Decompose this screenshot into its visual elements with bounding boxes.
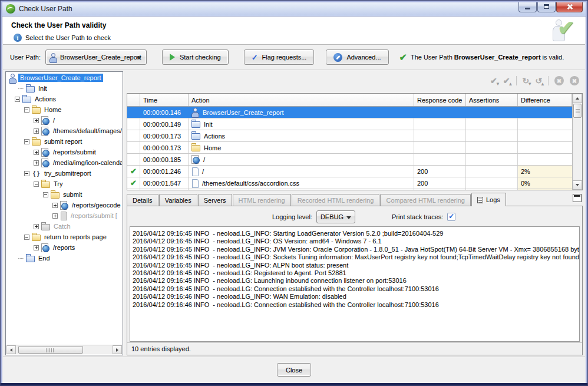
status-column-header[interactable] (127, 94, 140, 106)
maximize-panel-icon[interactable] (573, 194, 582, 202)
response-code-column-header[interactable]: Response code (414, 94, 466, 106)
info-icon: i (14, 34, 22, 42)
tree-item-try-submitreport[interactable]: try_submitreport (6, 168, 122, 179)
tab-details[interactable]: Details (127, 194, 158, 206)
tree-item-home[interactable]: Home (6, 104, 122, 115)
page-icon (191, 179, 199, 187)
log-line: 2016/04/12 09:16:45 INFO - neoload.LG_IN… (133, 253, 577, 261)
tree-item-themes-images[interactable]: /themes/default/images/ (6, 126, 122, 136)
print-stack-traces-checkbox[interactable] (447, 213, 455, 221)
scrollbar-thumb[interactable] (18, 346, 83, 354)
previous-difference-icon[interactable]: ↺▲ (535, 76, 542, 85)
flag-requests-button[interactable]: ✓ Flag requests... (244, 50, 315, 65)
expand-expander[interactable] (34, 245, 39, 250)
table-row[interactable]: 00:00:00.185 / (127, 154, 572, 166)
page-icon (60, 212, 67, 220)
table-row[interactable]: 00:00:00.173 Actions (127, 130, 572, 142)
next-difference-icon[interactable]: ↻▼ (523, 76, 530, 85)
user-path-value: BrowserUser_Create_report (60, 54, 141, 61)
scroll-left-button[interactable] (6, 345, 16, 354)
table-vertical-scrollbar[interactable] (572, 94, 582, 190)
collapse-expander[interactable] (24, 107, 29, 113)
user-path-valid-badge: ✔ (549, 18, 574, 43)
scrollbar-thumb[interactable] (573, 104, 582, 118)
collapse-expander[interactable] (24, 171, 29, 176)
user-path-tree: BrowserUser_Create_report Init Actions H… (6, 72, 122, 345)
tree-item-reports-submit[interactable]: /reports/submit (6, 147, 122, 157)
previous-error-icon[interactable]: ✖ (570, 76, 579, 85)
validity-prefix: The User Path (411, 54, 452, 61)
play-icon (170, 54, 175, 61)
previous-assertion-icon[interactable]: ✔▲ (503, 76, 510, 85)
tree-item-reports-geocode[interactable]: /reports/geocode (6, 200, 122, 210)
tree-item-submit-report[interactable]: submit report (6, 136, 122, 147)
collapse-expander[interactable] (24, 139, 29, 144)
table-row[interactable]: 00:00:00.173 Home (127, 142, 572, 154)
webpage-icon (191, 155, 200, 164)
tree-item-root-page[interactable]: / (6, 115, 122, 126)
collapse-expander[interactable] (34, 182, 39, 187)
result-navigation-toolbar: ✔▼ ✔▲ ↻▼ ↺▲ ✖ ✖ (490, 76, 579, 85)
table-row[interactable]: ✔ 00:00:01.534 /themes/default/css/slide… (127, 189, 572, 190)
expand-expander[interactable] (34, 118, 39, 123)
results-table: Time Action Response code Assertions Dif… (127, 93, 583, 190)
scroll-up-button[interactable] (573, 94, 582, 103)
collapse-expander[interactable] (15, 97, 20, 102)
tree-item-reports-submit-disabled[interactable]: /reports/submit [ (6, 210, 122, 221)
table-row[interactable]: ✔ 00:00:01.547 /themes/default/css/accor… (127, 177, 572, 189)
tab-logs[interactable]: Logs (471, 193, 506, 206)
window-controls (518, 1, 583, 12)
log-output[interactable]: 2016/04/12 09:16:45 INFO - neoload.LG_IN… (130, 226, 580, 342)
next-assertion-icon[interactable]: ✔▼ (490, 76, 497, 85)
tree-item-init[interactable]: Init (6, 83, 122, 94)
user-path-label: User Path: (10, 54, 41, 61)
table-row[interactable]: 00:00:00.146 BrowserUser_Create_report (127, 107, 572, 118)
tree-item-media-icon-calendar[interactable]: /media/img/icon-calendar (6, 157, 122, 168)
tree-item-reports[interactable]: /reports (6, 242, 122, 253)
tab-servers[interactable]: Servers (198, 194, 232, 206)
maximize-button[interactable] (537, 1, 556, 12)
action-column-header[interactable]: Action (189, 94, 414, 106)
minimize-button[interactable] (518, 1, 537, 12)
tree-item-actions[interactable]: Actions (6, 94, 122, 104)
tree-item-submit[interactable]: submit (6, 189, 122, 200)
tree-item-return-to-reports[interactable]: return to reports page (6, 232, 122, 242)
assertions-column-header[interactable]: Assertions (466, 94, 518, 106)
expand-expander[interactable] (34, 224, 39, 229)
next-error-icon[interactable]: ✖ (554, 76, 564, 85)
scroll-right-button[interactable] (113, 345, 122, 354)
time-column-header[interactable]: Time (140, 94, 189, 106)
header-band: Check the User Path validity i Select th… (3, 17, 585, 45)
collapse-expander[interactable] (24, 235, 29, 240)
advanced-button[interactable]: Advanced... (326, 50, 388, 65)
expand-expander[interactable] (52, 213, 58, 219)
tree-horizontal-scrollbar[interactable] (6, 345, 122, 354)
tree-item-catch[interactable]: Catch (6, 221, 122, 232)
expand-expander[interactable] (34, 128, 39, 134)
collapse-expander[interactable] (43, 192, 48, 197)
expand-expander[interactable] (34, 160, 39, 166)
tree-item-user-path[interactable]: BrowserUser_Create_report (6, 72, 122, 83)
tree-item-try[interactable]: Try (6, 179, 122, 189)
table-row[interactable]: 00:00:00.149 Init (127, 118, 572, 130)
folder-icon (191, 133, 200, 140)
tab-variables[interactable]: Variables (159, 194, 197, 206)
chevron-down-icon (346, 216, 351, 219)
folder-icon (41, 182, 50, 188)
scroll-down-button[interactable] (573, 180, 582, 190)
arrow-left-icon (10, 348, 12, 352)
user-path-select[interactable]: BrowserUser_Create_report (45, 50, 147, 65)
neoload-app-icon (6, 4, 15, 14)
tree-item-end[interactable]: End (6, 253, 122, 263)
close-button[interactable]: Close (277, 363, 311, 377)
arrow-right-icon (116, 348, 118, 352)
close-window-button[interactable] (556, 1, 583, 12)
table-row[interactable]: ✔ 00:00:01.246 / 200 2% (127, 166, 572, 177)
expand-expander[interactable] (34, 150, 39, 155)
logging-level-select[interactable]: DEBUG (316, 210, 355, 223)
expand-expander[interactable] (52, 203, 58, 208)
difference-column-header[interactable]: Difference (518, 94, 572, 106)
title-bar[interactable]: Check User Path (1, 1, 587, 17)
chevron-down-icon (137, 57, 141, 60)
start-checking-button[interactable]: Start checking (162, 50, 229, 65)
